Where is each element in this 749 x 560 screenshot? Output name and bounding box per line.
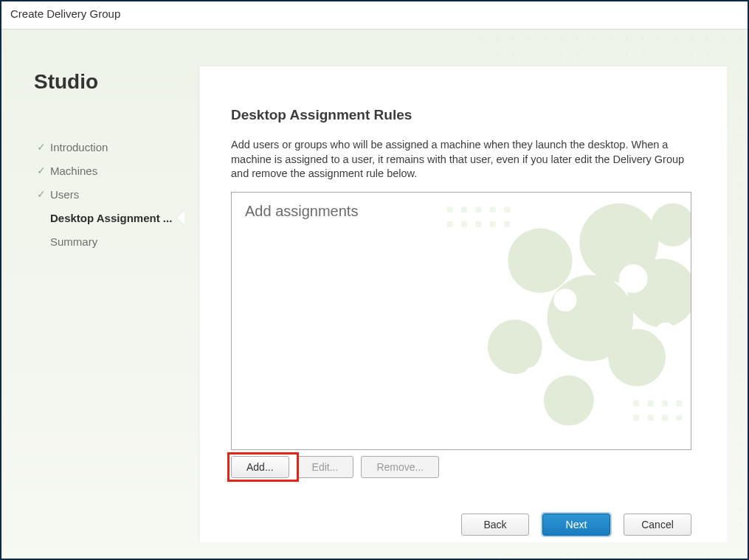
svg-point-4 xyxy=(488,319,542,374)
edit-button: Edit... xyxy=(297,456,354,478)
svg-point-5 xyxy=(608,328,666,386)
svg-point-8 xyxy=(619,264,648,293)
svg-rect-20 xyxy=(490,221,496,227)
assignments-placeholder: Add assignments xyxy=(245,203,358,220)
svg-point-7 xyxy=(652,203,691,246)
window-title-text: Create Delivery Group xyxy=(10,7,120,20)
svg-rect-18 xyxy=(461,221,467,227)
svg-rect-24 xyxy=(662,401,668,407)
svg-point-11 xyxy=(525,367,542,384)
assignments-list-wrap: Add assignments xyxy=(231,192,691,450)
wizard-steps: Introduction Machines Users Desktop Assi… xyxy=(34,135,184,253)
page-description: Add users or groups who will be assigned… xyxy=(231,138,691,182)
step-summary[interactable]: Summary xyxy=(34,229,184,253)
svg-rect-25 xyxy=(677,401,683,407)
step-introduction[interactable]: Introduction xyxy=(34,135,184,159)
cancel-button[interactable]: Cancel xyxy=(624,514,691,536)
svg-point-1 xyxy=(627,258,691,327)
svg-point-9 xyxy=(553,288,576,311)
svg-rect-17 xyxy=(447,221,453,227)
svg-rect-14 xyxy=(475,207,481,212)
add-button[interactable]: Add... xyxy=(231,456,289,478)
decorative-watermark-icon xyxy=(232,193,691,443)
svg-rect-28 xyxy=(662,415,668,421)
svg-rect-16 xyxy=(504,207,510,212)
svg-point-3 xyxy=(508,228,572,292)
step-label: Desktop Assignment ... xyxy=(50,212,172,224)
assignment-buttons: Add... Edit... Remove... xyxy=(231,456,691,478)
assignments-listbox[interactable]: Add assignments xyxy=(231,192,691,450)
step-label: Users xyxy=(50,188,79,201)
svg-rect-29 xyxy=(677,415,683,421)
step-users[interactable]: Users xyxy=(34,182,184,206)
window-title: Create Delivery Group xyxy=(1,1,748,30)
remove-button: Remove... xyxy=(361,456,439,478)
svg-rect-19 xyxy=(475,221,481,227)
svg-point-10 xyxy=(655,322,675,342)
wizard-footer: Back Next Cancel xyxy=(231,478,691,536)
svg-rect-27 xyxy=(648,415,654,421)
svg-rect-22 xyxy=(633,401,639,407)
next-button[interactable]: Next xyxy=(542,514,610,536)
step-machines[interactable]: Machines xyxy=(34,159,184,182)
step-desktop-assignment[interactable]: Desktop Assignment ... xyxy=(34,206,184,229)
page-title: Desktop Assignment Rules xyxy=(231,107,691,123)
wizard-page: Desktop Assignment Rules Add users or gr… xyxy=(199,66,727,542)
svg-rect-13 xyxy=(461,207,467,212)
svg-rect-12 xyxy=(447,207,453,212)
svg-point-2 xyxy=(548,274,634,361)
svg-point-6 xyxy=(544,376,594,426)
dialog-window: Create Delivery Group Studio Introductio… xyxy=(0,0,749,560)
wizard-sidebar: Studio Introduction Machines Users Deskt… xyxy=(1,30,199,559)
svg-rect-23 xyxy=(648,401,654,407)
step-label: Machines xyxy=(50,165,97,177)
svg-rect-15 xyxy=(490,207,496,212)
step-label: Summary xyxy=(50,235,97,248)
svg-rect-26 xyxy=(633,415,639,421)
back-button[interactable]: Back xyxy=(461,514,529,536)
svg-rect-21 xyxy=(504,221,510,227)
svg-point-0 xyxy=(579,203,658,282)
dialog-body: Studio Introduction Machines Users Deskt… xyxy=(1,30,748,559)
step-label: Introduction xyxy=(50,141,108,153)
brand-title: Studio xyxy=(34,70,184,94)
